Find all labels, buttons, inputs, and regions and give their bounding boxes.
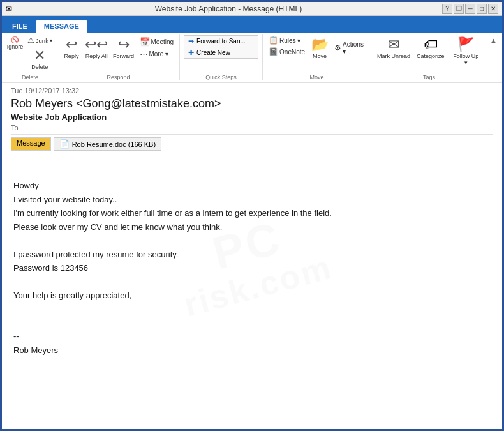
categorize-icon: 🏷 xyxy=(424,36,438,53)
move-group-label: Move xyxy=(267,73,367,80)
delete-group-label: Delete xyxy=(6,73,54,80)
actions-icon: ⚙ xyxy=(334,43,341,52)
onenote-button[interactable]: 📓 OneNote xyxy=(267,47,307,57)
onenote-icon: 📓 xyxy=(269,47,278,56)
maximize-button[interactable]: □ xyxy=(477,4,487,14)
tab-message[interactable]: MESSAGE xyxy=(36,20,87,33)
ribbon-collapse-button[interactable]: ▲ xyxy=(487,34,500,80)
junk-dropdown-icon: ▾ xyxy=(50,38,52,43)
body-line-blank2 xyxy=(13,234,491,247)
reply-all-icon: ↩↩ xyxy=(85,36,108,53)
reply-button[interactable]: ↩ Reply xyxy=(61,35,82,61)
restore-button[interactable]: ❐ xyxy=(454,4,464,14)
reply-icon: ↩ xyxy=(66,36,77,53)
quicksteps-group-label: Quick Steps xyxy=(184,73,258,80)
ribbon-group-respond: ↩ Reply ↩↩ Reply All ↪ Forward 📅 Meeting… xyxy=(57,34,180,80)
ignore-icon: 🚫 xyxy=(11,36,19,43)
move-icon: 📂 xyxy=(311,36,329,53)
email-date: Tue 19/12/2017 13:32 xyxy=(11,87,493,95)
email-to: To xyxy=(11,124,493,132)
ribbon-group-tags: ✉ Mark Unread 🏷 Categorize 🚩 Follow Up ▾… xyxy=(371,34,487,80)
attachment-doc-btn[interactable]: 📄 Rob Resume.doc (166 KB) xyxy=(54,137,161,151)
mark-unread-icon: ✉ xyxy=(388,36,399,53)
body-line-password-protected: I password protected my resume for secur… xyxy=(13,248,491,261)
junk-icon: ⚠ xyxy=(27,36,34,45)
reply-all-button[interactable]: ↩↩ Reply All xyxy=(84,35,110,61)
help-button[interactable]: ? xyxy=(442,4,452,14)
delete-icon: ✕ xyxy=(34,47,45,64)
email-subject: Website Job Application xyxy=(11,112,493,122)
minimize-button[interactable]: ─ xyxy=(465,4,475,14)
tags-group-label: Tags xyxy=(375,73,483,80)
rules-button[interactable]: 📋 Rules ▾ xyxy=(267,35,307,45)
email-from: Rob Meyers <Gong@latestmistake.com> xyxy=(11,97,493,110)
email-body: Howdy I visited your website today.. I'm… xyxy=(2,156,502,366)
forward-san-icon: ➡ xyxy=(188,37,194,45)
doc-icon: 📄 xyxy=(59,139,70,149)
body-line-sig1: -- xyxy=(13,329,491,343)
body-line-looking: I'm currently looking for work either fu… xyxy=(13,206,491,220)
categorize-button[interactable]: 🏷 Categorize xyxy=(415,35,447,61)
forward-to-san-button[interactable]: ➡ Forward to San... xyxy=(184,36,258,47)
forward-button[interactable]: ↪ Forward xyxy=(112,35,136,61)
body-line-password-value: Password is 123456 xyxy=(13,261,491,275)
follow-up-icon: 🚩 xyxy=(457,36,475,53)
body-line-blank3 xyxy=(13,275,491,289)
attachment-bar: Message 📄 Rob Resume.doc (166 KB) xyxy=(11,134,493,153)
ribbon: 🚫 Ignore ⚠ Junk ▾ ✕ Delete Delete ↩ R xyxy=(2,33,502,83)
ribbon-group-delete: 🚫 Ignore ⚠ Junk ▾ ✕ Delete Delete xyxy=(4,34,57,80)
follow-up-button[interactable]: 🚩 Follow Up ▾ xyxy=(449,35,484,67)
ribbon-group-quicksteps: ➡ Forward to San... ✚ Create New Quick S… xyxy=(180,34,263,80)
body-line-blank4 xyxy=(13,302,491,315)
forward-icon: ↪ xyxy=(118,36,130,53)
meeting-icon: 📅 xyxy=(140,37,150,47)
move-button[interactable]: 📂 Move xyxy=(308,35,331,61)
tab-message-btn[interactable]: Message xyxy=(11,137,51,151)
more-button[interactable]: ⋯ More ▾ xyxy=(138,49,176,59)
ribbon-group-move: 📋 Rules ▾ 📓 OneNote 📂 Move ⚙ Actions ▾ M… xyxy=(263,34,371,80)
body-line-howdy: Howdy xyxy=(13,179,491,192)
junk-button[interactable]: ⚠ Junk ▾ xyxy=(26,35,54,45)
body-line-appreciate: Your help is greatly appreciated, xyxy=(13,289,491,302)
tab-file[interactable]: FILE xyxy=(4,20,35,33)
body-line-please: Please look over my CV and let me know w… xyxy=(13,220,491,234)
close-button[interactable]: ✕ xyxy=(488,4,498,14)
body-line-blank5 xyxy=(13,316,491,329)
delete-button[interactable]: ✕ Delete xyxy=(26,46,54,72)
title-bar: ✉ Website Job Application - Message (HTM… xyxy=(2,2,502,16)
rules-icon: 📋 xyxy=(269,36,278,45)
respond-group-label: Respond xyxy=(61,73,175,80)
title-bar-title: Website Job Application - Message (HTML) xyxy=(15,4,442,13)
ignore-button[interactable]: 🚫 Ignore xyxy=(6,35,24,51)
mark-unread-button[interactable]: ✉ Mark Unread xyxy=(375,35,412,61)
meeting-button[interactable]: 📅 Meeting xyxy=(138,36,176,47)
actions-button[interactable]: ⚙ Actions ▾ xyxy=(332,40,367,56)
body-line-blank1 xyxy=(13,165,491,179)
title-bar-icon: ✉ xyxy=(6,4,12,13)
more-icon: ⋯ xyxy=(140,49,148,59)
body-line-visited: I visited your website today.. xyxy=(13,193,491,206)
email-header: Tue 19/12/2017 13:32 Rob Meyers <Gong@la… xyxy=(2,83,502,156)
create-new-icon: ✚ xyxy=(188,49,194,57)
email-content: PC risk.com Tue 19/12/2017 13:32 Rob Mey… xyxy=(2,83,502,431)
body-line-sig2: Rob Meyers xyxy=(13,344,491,357)
tab-bar: FILE MESSAGE xyxy=(2,16,502,33)
create-new-button[interactable]: ✚ Create New xyxy=(184,47,258,58)
